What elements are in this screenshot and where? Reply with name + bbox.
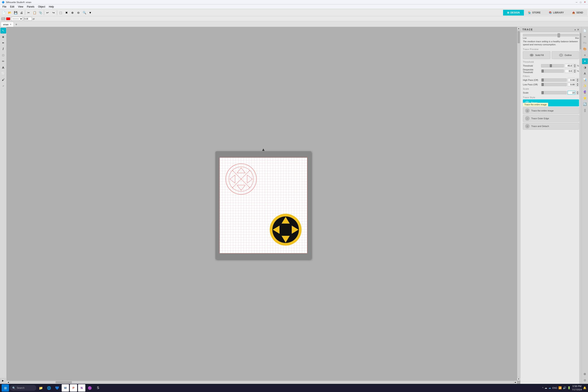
redo-button[interactable]: ↪ xyxy=(51,10,56,16)
pencil-tool-button[interactable]: ✏ xyxy=(0,58,6,64)
title-bar-left: 🔷 Silhouette Studio®: xman xyxy=(2,1,31,4)
app-icon: 🔷 xyxy=(2,1,5,4)
zoom-fit-button[interactable]: 🔍 xyxy=(82,10,87,16)
zoom-dropdown-button[interactable]: ▼ xyxy=(88,10,93,16)
tab-xman-label: xman xyxy=(3,23,8,26)
delete-button[interactable]: ✖ xyxy=(64,10,70,16)
select-all-button[interactable]: ⬚ xyxy=(58,10,64,16)
canvas-area: ▲ xyxy=(6,27,294,196)
node-tool-button[interactable]: ◈ xyxy=(0,34,6,40)
toolbar-sep-3 xyxy=(57,10,57,15)
save-button[interactable]: 💾 xyxy=(13,10,18,16)
title-bar: 🔷 Silhouette Studio®: xman ─ □ ✕ xyxy=(0,0,294,4)
paste-button[interactable]: 📎 xyxy=(38,10,43,16)
svg-marker-5 xyxy=(237,185,245,190)
main-area: ↖ ◈ ✒ / □ ✏ A ⬜ 🖌 ⌿ ▲ xyxy=(0,27,294,196)
pen-tool-button[interactable]: ✒ xyxy=(0,40,6,46)
stroke-style-select[interactable]: ──── - - - xyxy=(11,17,23,20)
eraser-tool-button[interactable]: ⬜ xyxy=(0,71,6,76)
knife-tool-button[interactable]: ⌿ xyxy=(0,83,6,88)
fill-tool-button[interactable]: 🖌 xyxy=(0,77,6,82)
menu-edit[interactable]: Edit xyxy=(8,5,16,8)
tab-close-button[interactable]: ✕ xyxy=(10,23,12,26)
menu-bar: File Edit View Panels Object Help xyxy=(0,4,294,9)
open-button[interactable]: 📂 xyxy=(7,10,12,16)
text-tool-button[interactable]: A xyxy=(0,64,6,70)
rect-tool-button[interactable]: □ xyxy=(0,52,6,58)
xman-trace-outline xyxy=(224,162,258,196)
tabs-bar: xman ✕ + xyxy=(0,21,294,27)
stroke-color-swatch[interactable] xyxy=(6,17,10,20)
print-button[interactable]: 🖨 xyxy=(18,10,24,16)
mat-inner xyxy=(220,158,294,196)
line-tool-button[interactable]: / xyxy=(0,46,6,52)
stroke-width-input[interactable] xyxy=(24,17,32,20)
stroke-pattern-swatch[interactable] xyxy=(1,17,5,20)
menu-panels[interactable]: Panels xyxy=(25,5,36,8)
stroke-unit-label: pt xyxy=(33,18,34,20)
new-button[interactable]: 📄 xyxy=(1,10,6,16)
zoom-in-button[interactable]: ⊕ xyxy=(70,10,75,16)
svg-marker-7 xyxy=(247,175,252,183)
svg-marker-6 xyxy=(230,175,235,183)
left-toolbar: ↖ ◈ ✒ / □ ✏ A ⬜ 🖌 ⌿ xyxy=(0,27,6,196)
svg-marker-4 xyxy=(237,168,245,173)
tab-add-button[interactable]: + xyxy=(14,22,18,27)
main-toolbar: 📄 📂 💾 🖨 ✂ 📋 📎 ↩ ↪ ⬚ ✖ ⊕ ⊖ 🔍 ▼ ⊞ DESIGN 🏪… xyxy=(0,9,294,16)
cut-button[interactable]: ✂ xyxy=(26,10,32,16)
zoom-out-button[interactable]: ⊖ xyxy=(76,10,81,16)
window-title: Silhouette Studio®: xman xyxy=(6,1,31,4)
undo-button[interactable]: ↩ xyxy=(45,10,50,16)
tab-area: xman ✕ + xyxy=(0,21,294,27)
menu-object[interactable]: Object xyxy=(36,5,47,8)
cutting-mat-container: ▲ xyxy=(216,151,294,196)
menu-view[interactable]: View xyxy=(16,5,25,8)
menu-help[interactable]: Help xyxy=(47,5,56,8)
menu-file[interactable]: File xyxy=(1,5,8,8)
cutting-mat[interactable] xyxy=(216,151,294,196)
tab-xman[interactable]: xman ✕ xyxy=(1,22,14,27)
stroke-toolbar: ──── - - - pt xyxy=(0,16,294,21)
select-tool-button[interactable]: ↖ xyxy=(0,28,6,34)
copy-button[interactable]: 📋 xyxy=(32,10,37,16)
